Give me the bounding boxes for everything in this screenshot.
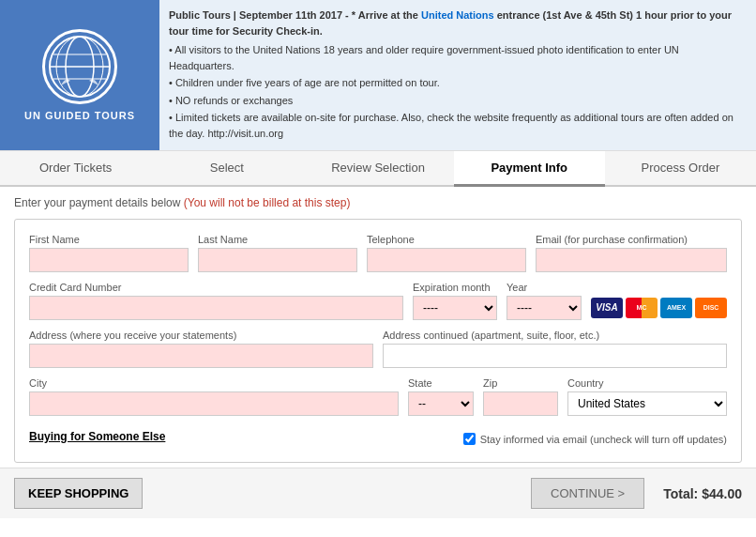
mastercard-icon: MC [626,298,658,318]
telephone-label: Telephone [367,234,526,245]
last-name-input[interactable] [198,248,357,272]
form-subtitle: Enter your payment details below (You wi… [14,196,742,209]
address-group: Address (where you receive your statemen… [29,330,373,368]
cc-number-label: Credit Card Number [29,282,403,293]
telephone-group: Telephone [367,234,526,272]
bullet-4: Limited tickets are available on-site fo… [169,110,747,141]
tab-process-order[interactable]: Process Order [605,151,756,187]
zip-label: Zip [483,377,558,389]
bullet-2: Children under five years of age are not… [169,75,747,91]
exp-month-group: Expiration month ---- 01020304 05060708 … [413,282,497,320]
cc-row: Credit Card Number Expiration month ----… [29,282,727,320]
state-group: State -- ALAKAZCA COCTDCFL GAHIILNY TX [408,377,474,416]
address-input[interactable] [29,344,373,368]
amex-icon: AMEX [660,298,692,318]
first-name-input[interactable] [29,248,189,272]
city-label: City [29,377,399,389]
discover-icon: DISC [695,298,727,318]
last-name-group: Last Name [198,234,357,272]
city-state-row: City State -- ALAKAZCA COCTDCFL GAHIILNY… [29,377,727,416]
header: UN GUIDED TOURS Public Tours | September… [0,0,756,151]
continue-button[interactable]: CONTINUE > [531,478,644,509]
keep-shopping-button[interactable]: KEEP SHOPPING [14,478,143,509]
tab-select[interactable]: Select [151,151,302,187]
logo-circle [42,29,117,104]
city-group: City [29,377,399,416]
zip-group: Zip [483,377,558,416]
telephone-input[interactable] [367,248,526,272]
cc-number-group: Credit Card Number [29,282,403,320]
buying-link-container: Buying for Someone Else [29,430,165,443]
state-label: State [408,377,474,389]
address2-input[interactable] [383,344,727,368]
exp-year-select[interactable]: ---- 2017201820192020 2021202220232024 [507,296,582,320]
email-optin-label: Stay informed via email (uncheck will tu… [480,434,727,445]
header-bullets: All visitors to the United Nations 18 ye… [169,42,747,141]
main-content: Enter your payment details below (You wi… [0,187,756,468]
city-input[interactable] [29,391,399,416]
email-label: Email (for purchase confirmation) [536,234,727,245]
email-group: Email (for purchase confirmation) [536,234,727,272]
header-title: Public Tours | September 11th 2017 - * A… [169,8,747,38]
nav-tabs: Order Tickets Select Review Selection Pa… [0,151,756,187]
form-bottom: Buying for Someone Else Stay informed vi… [29,425,727,448]
bullet-3: NO refunds or exchanges [169,93,747,109]
email-optin-group: Stay informed via email (uncheck will tu… [463,433,727,445]
address-row: Address (where you receive your statemen… [29,330,727,368]
buying-for-someone-link[interactable]: Buying for Someone Else [29,430,165,443]
logo-box: UN GUIDED TOURS [0,0,159,150]
header-info: Public Tours | September 11th 2017 - * A… [159,0,756,150]
total-label: Total: [663,486,698,501]
un-link[interactable]: United Nations [421,9,494,21]
address2-group: Address continued (apartment, suite, flo… [383,330,727,368]
exp-year-group: Year ---- 2017201820192020 2021202220232… [507,282,582,320]
bullet-1: All visitors to the United Nations 18 ye… [169,42,747,73]
logo-text: UN GUIDED TOURS [24,110,135,121]
zip-input[interactable] [483,391,558,416]
bottom-bar: KEEP SHOPPING CONTINUE > Total: $44.00 [0,468,756,518]
cc-icons-group: VISA MC AMEX DISC [591,298,727,320]
country-group: Country United States Canada United King… [567,377,727,416]
name-row: First Name Last Name Telephone Email (fo… [29,234,727,272]
total-amount: $44.00 [702,486,742,501]
subtitle-paren: (You will not be billed at this step) [184,196,351,209]
exp-year-label: Year [507,282,582,293]
country-label: Country [567,377,727,389]
address-label: Address (where you receive your statemen… [29,330,373,341]
visa-icon: VISA [591,298,623,318]
tab-payment-info[interactable]: Payment Info [454,151,605,187]
address2-label: Address continued (apartment, suite, flo… [383,330,727,341]
country-select[interactable]: United States Canada United Kingdom Aust… [567,391,727,416]
tab-review-selection[interactable]: Review Selection [302,151,453,187]
email-input[interactable] [536,248,727,272]
first-name-label: First Name [29,234,189,245]
payment-form: First Name Last Name Telephone Email (fo… [14,219,742,463]
exp-month-select[interactable]: ---- 01020304 05060708 09101112 [413,296,497,320]
last-name-label: Last Name [198,234,357,245]
email-optin-checkbox[interactable] [463,433,476,445]
state-select[interactable]: -- ALAKAZCA COCTDCFL GAHIILNY TX [408,391,474,416]
tab-order-tickets[interactable]: Order Tickets [0,151,151,187]
first-name-group: First Name [29,234,189,272]
un-logo-icon [47,34,113,100]
exp-month-label: Expiration month [413,282,497,293]
total-display: Total: $44.00 [663,486,742,501]
cc-number-input[interactable] [29,296,403,320]
